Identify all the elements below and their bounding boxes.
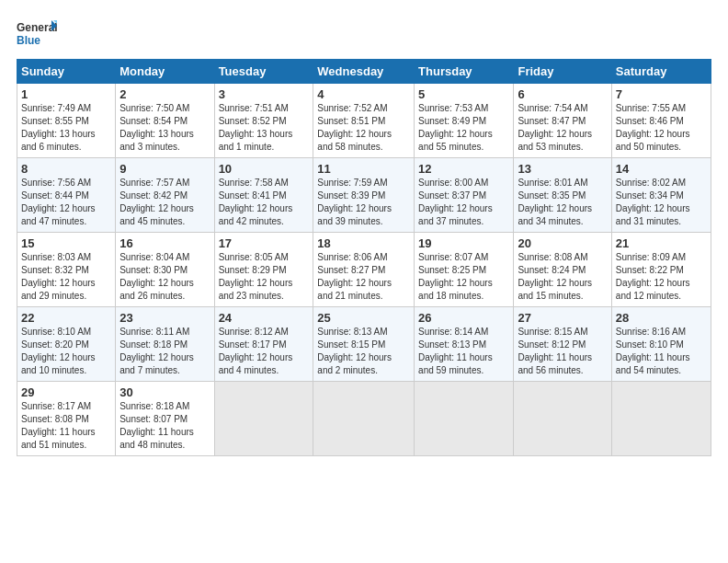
day-info: Sunrise: 8:00 AM Sunset: 8:37 PM Dayligh…	[418, 177, 509, 228]
day-cell: 24Sunrise: 8:12 AM Sunset: 8:17 PM Dayli…	[214, 307, 313, 382]
day-cell: 21Sunrise: 8:09 AM Sunset: 8:22 PM Dayli…	[611, 233, 711, 307]
day-info: Sunrise: 8:18 AM Sunset: 8:07 PM Dayligh…	[119, 400, 210, 452]
day-info: Sunrise: 8:04 AM Sunset: 8:30 PM Dayligh…	[119, 251, 210, 303]
day-number: 26	[418, 311, 509, 325]
day-number: 1	[21, 87, 111, 101]
day-cell: 4Sunrise: 7:52 AM Sunset: 8:51 PM Daylig…	[313, 84, 415, 158]
day-info: Sunrise: 8:17 AM Sunset: 8:08 PM Dayligh…	[21, 400, 111, 452]
weekday-header-friday: Friday	[514, 60, 611, 84]
day-info: Sunrise: 8:10 AM Sunset: 8:20 PM Dayligh…	[21, 326, 111, 377]
day-info: Sunrise: 7:56 AM Sunset: 8:44 PM Dayligh…	[21, 177, 111, 228]
day-info: Sunrise: 8:05 AM Sunset: 8:29 PM Dayligh…	[219, 251, 310, 303]
day-cell	[611, 382, 711, 456]
weekday-header-saturday: Saturday	[611, 60, 711, 84]
day-cell	[415, 382, 514, 456]
weekday-header-row: SundayMondayTuesdayWednesdayThursdayFrid…	[17, 60, 711, 84]
day-info: Sunrise: 8:13 AM Sunset: 8:15 PM Dayligh…	[317, 326, 410, 377]
day-info: Sunrise: 7:52 AM Sunset: 8:51 PM Dayligh…	[317, 102, 410, 154]
day-cell: 30Sunrise: 8:18 AM Sunset: 8:07 PM Dayli…	[116, 382, 214, 456]
day-info: Sunrise: 8:16 AM Sunset: 8:10 PM Dayligh…	[616, 326, 707, 377]
day-number: 27	[518, 311, 607, 325]
day-info: Sunrise: 7:51 AM Sunset: 8:52 PM Dayligh…	[219, 102, 310, 154]
day-number: 28	[616, 311, 707, 325]
day-cell: 5Sunrise: 7:53 AM Sunset: 8:49 PM Daylig…	[415, 84, 514, 158]
weekday-header-tuesday: Tuesday	[214, 60, 313, 84]
day-number: 10	[219, 162, 310, 176]
day-cell: 14Sunrise: 8:02 AM Sunset: 8:34 PM Dayli…	[611, 158, 711, 233]
day-cell: 28Sunrise: 8:16 AM Sunset: 8:10 PM Dayli…	[611, 307, 711, 382]
day-info: Sunrise: 7:55 AM Sunset: 8:46 PM Dayligh…	[616, 102, 707, 154]
day-number: 15	[21, 236, 111, 250]
day-cell: 16Sunrise: 8:04 AM Sunset: 8:30 PM Dayli…	[116, 233, 214, 307]
day-number: 23	[119, 311, 210, 325]
day-cell: 2Sunrise: 7:50 AM Sunset: 8:54 PM Daylig…	[116, 84, 214, 158]
day-number: 4	[317, 87, 410, 101]
day-info: Sunrise: 7:49 AM Sunset: 8:55 PM Dayligh…	[21, 102, 111, 154]
day-cell: 29Sunrise: 8:17 AM Sunset: 8:08 PM Dayli…	[17, 382, 116, 456]
day-number: 8	[21, 162, 111, 176]
week-row-4: 22Sunrise: 8:10 AM Sunset: 8:20 PM Dayli…	[17, 307, 711, 382]
day-info: Sunrise: 7:50 AM Sunset: 8:54 PM Dayligh…	[119, 102, 210, 154]
week-row-3: 15Sunrise: 8:03 AM Sunset: 8:32 PM Dayli…	[17, 233, 711, 307]
day-number: 9	[119, 162, 210, 176]
week-row-2: 8Sunrise: 7:56 AM Sunset: 8:44 PM Daylig…	[17, 158, 711, 233]
day-number: 25	[317, 311, 410, 325]
day-cell: 13Sunrise: 8:01 AM Sunset: 8:35 PM Dayli…	[514, 158, 611, 233]
day-cell: 11Sunrise: 7:59 AM Sunset: 8:39 PM Dayli…	[313, 158, 415, 233]
day-cell: 6Sunrise: 7:54 AM Sunset: 8:47 PM Daylig…	[514, 84, 611, 158]
day-info: Sunrise: 8:03 AM Sunset: 8:32 PM Dayligh…	[21, 251, 111, 303]
day-number: 20	[518, 236, 607, 250]
day-number: 17	[219, 236, 310, 250]
day-info: Sunrise: 7:53 AM Sunset: 8:49 PM Dayligh…	[418, 102, 509, 154]
day-number: 11	[317, 162, 410, 176]
day-info: Sunrise: 8:09 AM Sunset: 8:22 PM Dayligh…	[616, 251, 707, 303]
week-row-1: 1Sunrise: 7:49 AM Sunset: 8:55 PM Daylig…	[17, 84, 711, 158]
day-info: Sunrise: 8:08 AM Sunset: 8:24 PM Dayligh…	[518, 251, 607, 303]
day-cell: 7Sunrise: 7:55 AM Sunset: 8:46 PM Daylig…	[611, 84, 711, 158]
svg-text:Blue: Blue	[17, 34, 40, 47]
day-info: Sunrise: 7:57 AM Sunset: 8:42 PM Dayligh…	[119, 177, 210, 228]
day-cell: 27Sunrise: 8:15 AM Sunset: 8:12 PM Dayli…	[514, 307, 611, 382]
day-number: 12	[418, 162, 509, 176]
day-number: 6	[518, 87, 607, 101]
day-cell: 23Sunrise: 8:11 AM Sunset: 8:18 PM Dayli…	[116, 307, 214, 382]
day-cell: 20Sunrise: 8:08 AM Sunset: 8:24 PM Dayli…	[514, 233, 611, 307]
day-number: 24	[219, 311, 310, 325]
day-cell	[514, 382, 611, 456]
day-info: Sunrise: 8:07 AM Sunset: 8:25 PM Dayligh…	[418, 251, 509, 303]
day-info: Sunrise: 8:11 AM Sunset: 8:18 PM Dayligh…	[119, 326, 210, 377]
day-number: 22	[21, 311, 111, 325]
day-number: 13	[518, 162, 607, 176]
day-cell: 17Sunrise: 8:05 AM Sunset: 8:29 PM Dayli…	[214, 233, 313, 307]
day-cell: 10Sunrise: 7:58 AM Sunset: 8:41 PM Dayli…	[214, 158, 313, 233]
day-cell: 8Sunrise: 7:56 AM Sunset: 8:44 PM Daylig…	[17, 158, 116, 233]
day-number: 29	[21, 385, 111, 399]
day-number: 19	[418, 236, 509, 250]
day-cell	[313, 382, 415, 456]
header: General Blue	[17, 17, 711, 53]
day-number: 21	[616, 236, 707, 250]
day-cell: 3Sunrise: 7:51 AM Sunset: 8:52 PM Daylig…	[214, 84, 313, 158]
day-cell: 1Sunrise: 7:49 AM Sunset: 8:55 PM Daylig…	[17, 84, 116, 158]
day-number: 2	[119, 87, 210, 101]
weekday-header-wednesday: Wednesday	[313, 60, 415, 84]
day-number: 7	[616, 87, 707, 101]
logo-svg: General Blue	[17, 17, 57, 53]
day-info: Sunrise: 8:15 AM Sunset: 8:12 PM Dayligh…	[518, 326, 607, 377]
day-cell: 12Sunrise: 8:00 AM Sunset: 8:37 PM Dayli…	[415, 158, 514, 233]
svg-text:General: General	[17, 21, 57, 34]
day-number: 5	[418, 87, 509, 101]
day-cell: 26Sunrise: 8:14 AM Sunset: 8:13 PM Dayli…	[415, 307, 514, 382]
day-info: Sunrise: 8:02 AM Sunset: 8:34 PM Dayligh…	[616, 177, 707, 228]
logo: General Blue	[17, 17, 57, 53]
day-cell: 19Sunrise: 8:07 AM Sunset: 8:25 PM Dayli…	[415, 233, 514, 307]
day-info: Sunrise: 8:06 AM Sunset: 8:27 PM Dayligh…	[317, 251, 410, 303]
day-cell: 9Sunrise: 7:57 AM Sunset: 8:42 PM Daylig…	[116, 158, 214, 233]
day-number: 14	[616, 162, 707, 176]
day-info: Sunrise: 8:12 AM Sunset: 8:17 PM Dayligh…	[219, 326, 310, 377]
day-number: 18	[317, 236, 410, 250]
weekday-header-monday: Monday	[116, 60, 214, 84]
day-info: Sunrise: 7:59 AM Sunset: 8:39 PM Dayligh…	[317, 177, 410, 228]
day-cell: 18Sunrise: 8:06 AM Sunset: 8:27 PM Dayli…	[313, 233, 415, 307]
day-cell: 15Sunrise: 8:03 AM Sunset: 8:32 PM Dayli…	[17, 233, 116, 307]
